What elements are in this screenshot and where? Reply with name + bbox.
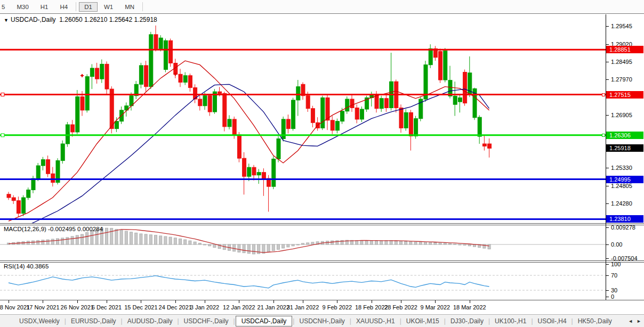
tab-separator: | (121, 317, 123, 325)
chart-tab-usdcad[interactable]: USDCAD-,Daily (236, 316, 293, 326)
timeframe-button-5[interactable]: 5 (1, 2, 10, 12)
candle (247, 167, 251, 176)
toolbar-separator (142, 2, 143, 11)
chart-tab-audusd[interactable]: AUDUSD-,Daily (123, 316, 177, 326)
timeframe-toolbar: 5M30H1H4D1W1MN (0, 0, 644, 13)
chart-dropdown-icon[interactable]: ▼ (4, 18, 9, 23)
candle (208, 96, 212, 112)
date-axis-tickmark (372, 300, 372, 303)
pane-divider-main-macd[interactable] (0, 223, 644, 225)
level-anchor[interactable] (1, 93, 4, 96)
level-price-tag: 1.27515 (606, 91, 643, 99)
date-axis-tickmark (337, 300, 337, 303)
candle (139, 66, 143, 84)
candle (76, 97, 79, 132)
candle (105, 64, 109, 89)
price-axis-tickmark (606, 44, 609, 45)
level-price-tag: 1.24995 (606, 176, 643, 183)
candle (272, 159, 276, 186)
candle (17, 201, 20, 214)
price-axis-label: 1.28495 (611, 59, 632, 65)
candle (350, 99, 354, 108)
chart-tab-usdchf[interactable]: USDCHF-,Daily (180, 316, 233, 326)
candle (12, 198, 15, 201)
date-axis-tickmark (43, 300, 43, 303)
chart-tab-dj30[interactable]: DJ30-,Daily (446, 316, 488, 326)
chart-tab-usoil[interactable]: USOil-,H4 (534, 316, 571, 326)
date-axis-tickmark (435, 300, 436, 303)
price-axis-tickmark (606, 79, 609, 80)
chart-tab-eurusd[interactable]: EURUSD-,Daily (67, 316, 120, 326)
level-anchor[interactable] (602, 93, 605, 96)
level-anchor[interactable] (1, 134, 4, 137)
date-axis-tickmark (205, 300, 205, 303)
rsi-axis-label: 100 (611, 261, 621, 267)
main-price-pane[interactable] (0, 14, 606, 223)
ma-slow-line (13, 84, 489, 223)
price-axis-label: 1.27970 (611, 76, 632, 83)
candle (292, 100, 295, 129)
tab-separator: | (350, 317, 351, 325)
pane-divider-macd-rsi[interactable] (0, 260, 644, 263)
rsi-axis-label: 70 (611, 272, 617, 279)
tab-separator: | (488, 317, 490, 325)
candle (218, 92, 222, 93)
candle (71, 125, 75, 132)
candle (237, 135, 241, 158)
scroll-right-icon[interactable]: ► (637, 318, 641, 324)
candle (399, 108, 403, 128)
candle (188, 76, 192, 88)
candle (41, 160, 45, 166)
tab-separator: | (293, 317, 294, 325)
candle (341, 111, 344, 121)
level-anchor[interactable] (602, 134, 605, 137)
chart-tab-usdx[interactable]: USDX,Weekly (15, 316, 64, 326)
price-axis-label: 1.24805 (611, 183, 632, 189)
candle (306, 96, 310, 109)
timeframe-button-w1[interactable]: W1 (99, 2, 118, 12)
date-axis-tickmark (303, 300, 303, 303)
date-axis-tickmark (77, 300, 78, 303)
price-axis-tickmark (606, 203, 609, 204)
candle (321, 98, 325, 128)
price-axis-tickmark (606, 26, 609, 27)
tab-separator: | (571, 317, 573, 325)
chart-symbol-label: USDCAD-,Daily (11, 16, 56, 23)
timeframe-button-mn[interactable]: MN (119, 2, 140, 12)
date-axis-tickmark (141, 300, 141, 303)
candle (257, 173, 261, 175)
candle (252, 167, 256, 175)
timeframe-button-d1[interactable]: D1 (79, 2, 98, 12)
macd-axis-tickmark (606, 258, 609, 259)
date-axis-tickmark (470, 300, 470, 303)
macd-axis-label: 0.00 (611, 241, 622, 248)
chart-tab-xauusd[interactable]: XAUUSD-,H1 (352, 316, 399, 326)
candle (331, 120, 334, 130)
tab-separator: | (444, 317, 446, 325)
chart-tab-uk100[interactable]: UK100-,H1 (490, 316, 530, 326)
candle (51, 174, 55, 182)
timeframe-button-m30[interactable]: M30 (11, 2, 34, 12)
rsi-axis-tickmark (606, 264, 609, 265)
chart-tab-hk50[interactable]: HK50-,Daily (574, 316, 616, 326)
candle (7, 194, 11, 198)
scroll-left-icon[interactable]: ◄ (628, 318, 633, 324)
price-axis-tickmark (606, 168, 609, 168)
date-axis-tickmark (239, 300, 239, 303)
candle (444, 51, 447, 80)
price-axis-label: 1.24280 (611, 200, 632, 207)
tab-separator: | (400, 317, 401, 325)
timeframe-button-h4[interactable]: H4 (54, 2, 73, 12)
rsi-indicator-pane[interactable] (0, 261, 606, 300)
chart-tab-usdcnh[interactable]: USDCNH-,Daily (295, 316, 349, 326)
rsi-label: RSI(14) 40.3865 (4, 263, 49, 269)
candle (85, 77, 89, 110)
candle (384, 99, 388, 108)
level-price-tag: 1.23810 (606, 215, 643, 223)
pane-divider-rsi-dates (0, 300, 644, 300)
candle (326, 98, 329, 120)
chart-tab-ukoil[interactable]: UKOil-,M15 (402, 316, 444, 326)
timeframe-button-h1[interactable]: H1 (35, 2, 54, 12)
candle (360, 109, 364, 119)
candle (277, 139, 280, 159)
